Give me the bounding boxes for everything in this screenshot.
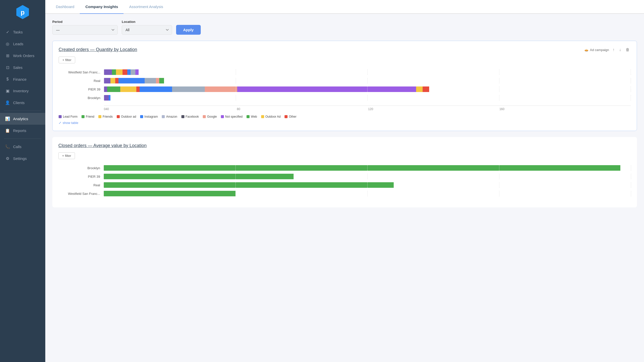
bar-label: Real	[59, 79, 104, 83]
grid-line	[499, 182, 499, 188]
sidebar-item-leads[interactable]: ◎ Leads	[0, 38, 45, 50]
bar-segment	[104, 182, 394, 188]
legend-item: Outdoor Ad	[261, 115, 281, 118]
sidebar-item-reports-label: Reports	[13, 128, 26, 133]
sidebar-item-analytics[interactable]: 📊 Analytics	[0, 113, 45, 125]
app-logo: p	[15, 5, 30, 20]
move-down-button[interactable]: ↓	[618, 47, 622, 53]
period-filter-group: Period —	[52, 20, 118, 35]
chart2-header: Closed orders — Average value by Locatio…	[58, 143, 631, 148]
sidebar-item-reports[interactable]: 📋 Reports	[0, 125, 45, 137]
chart1-actions: 🥧 Ad campaign ↑ ↓ 🗑	[584, 47, 631, 53]
grid-line	[499, 95, 499, 101]
grid-line	[631, 174, 631, 179]
bar-label: Westfield San Franc...	[59, 70, 104, 74]
ad-campaign-button[interactable]: 🥧 Ad campaign	[584, 48, 609, 52]
tab-dashboard[interactable]: Dashboard	[50, 0, 80, 14]
legend-color-dot	[82, 115, 85, 118]
location-label: Location	[122, 20, 172, 24]
grid-line	[499, 69, 499, 75]
sidebar-item-inventory[interactable]: ▣ Inventory	[0, 85, 45, 97]
bar-row: Brooklyn	[58, 165, 631, 171]
bar-segment	[104, 95, 109, 101]
grid-line	[104, 174, 104, 179]
bar-row: PIER 39	[59, 86, 631, 92]
tab-assortment-analysis[interactable]: Assortment Analysis	[124, 0, 169, 14]
grid-line	[367, 69, 368, 75]
legend-label: Outdoor Ad	[265, 115, 281, 118]
grid-line	[104, 78, 104, 83]
legend-color-dot	[140, 115, 143, 118]
sidebar-item-work-orders[interactable]: ⊞ Work Orders	[0, 50, 45, 62]
x-tick-0: 0	[104, 107, 106, 111]
move-up-button[interactable]: ↑	[612, 47, 616, 53]
sidebar-item-clients[interactable]: 👤 Clients	[0, 97, 45, 109]
legend-color-dot	[261, 115, 264, 118]
bar-segment	[123, 69, 127, 75]
grid-line	[367, 191, 368, 196]
bar-container	[104, 95, 631, 101]
legend-label: Web	[251, 115, 257, 118]
bar-segment	[237, 86, 416, 92]
period-label: Period	[52, 20, 118, 24]
legend-label: Amazon	[166, 115, 177, 118]
grid-line	[236, 69, 236, 75]
bar-row: Real	[58, 182, 631, 188]
grid-line	[235, 174, 236, 179]
bar-segment	[104, 174, 294, 179]
legend-color-dot	[221, 115, 224, 118]
bar-label: Brooklyn	[59, 96, 104, 100]
chart2-filter-button[interactable]: + filter	[58, 152, 75, 159]
sidebar-item-sales[interactable]: ⊡ Sales	[0, 62, 45, 73]
bar-label: PIER 39	[58, 175, 104, 178]
bar-label: Westfield San Franc...	[58, 192, 104, 196]
grid-line	[236, 95, 236, 101]
show-table-link[interactable]: ⤢ show table	[59, 121, 631, 125]
bar-row: Brooklyn	[59, 95, 631, 101]
location-select[interactable]: All	[122, 25, 172, 35]
bar-container	[104, 78, 631, 83]
chart1-title: Created orders — Quantity by Location	[59, 47, 137, 52]
grid-line	[631, 69, 631, 75]
sidebar-item-tasks-label: Tasks	[13, 30, 23, 34]
delete-button[interactable]: 🗑	[625, 47, 631, 53]
sidebar-item-calls[interactable]: 📞 Calls	[0, 141, 45, 153]
legend-label: Instagram	[144, 115, 158, 118]
pie-chart-icon: 🥧	[584, 48, 588, 52]
bar-label: Real	[58, 183, 104, 187]
bar-segment	[104, 86, 107, 92]
bar-segment	[104, 165, 620, 171]
grid-line	[631, 182, 631, 188]
tab-company-insights[interactable]: Company Insights	[80, 0, 124, 14]
period-select[interactable]: —	[52, 25, 118, 35]
chart1-xaxis: 0 40 80 120 160	[104, 106, 631, 111]
bar-segment	[118, 78, 144, 83]
bar-segment	[205, 86, 237, 92]
legend-color-dot	[162, 115, 165, 118]
bar-container	[104, 69, 631, 75]
sidebar-item-settings[interactable]: ⚙ Settings	[0, 153, 45, 164]
sidebar-item-inventory-label: Inventory	[13, 89, 29, 93]
bar-label: PIER 39	[59, 87, 104, 91]
legend-label: Facebook	[186, 115, 199, 118]
apply-button[interactable]: Apply	[176, 25, 201, 35]
nav-menu: ✓ Tasks ◎ Leads ⊞ Work Orders ⊡ Sales $ …	[0, 24, 45, 166]
sidebar-item-sales-label: Sales	[13, 65, 23, 70]
sidebar-item-tasks[interactable]: ✓ Tasks	[0, 26, 45, 38]
legend-item: Other	[285, 115, 296, 118]
legend-item: Friend	[82, 115, 94, 118]
svg-text:p: p	[21, 9, 25, 16]
grid-line	[367, 86, 368, 92]
x-tick-80: 80	[237, 107, 368, 111]
legend-label: Friend	[86, 115, 94, 118]
nav-divider-1	[4, 111, 41, 111]
grid-line	[104, 69, 104, 75]
settings-icon: ⚙	[5, 156, 10, 161]
legend-item: Friends	[98, 115, 113, 118]
legend-color-dot	[181, 115, 184, 118]
sidebar-item-finance[interactable]: $ Finance	[0, 73, 45, 85]
tasks-icon: ✓	[5, 30, 10, 34]
bar-row: PIER 39	[58, 174, 631, 179]
chart1-filter-button[interactable]: + filter	[59, 57, 75, 63]
logo-container: p	[0, 0, 45, 24]
